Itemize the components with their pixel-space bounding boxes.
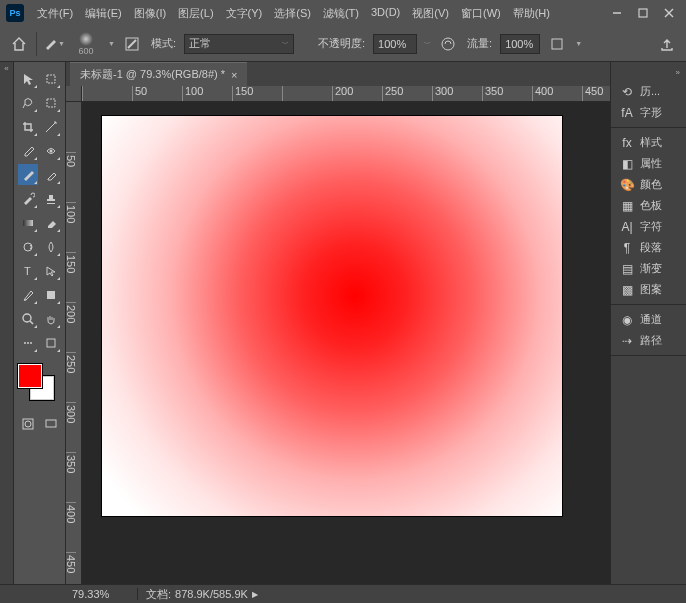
menu-item[interactable]: 文字(Y)	[221, 2, 268, 25]
maximize-button[interactable]	[636, 6, 650, 20]
airbrush-toggle[interactable]	[546, 33, 568, 55]
document-tab-title: 未标题-1 @ 79.3%(RGB/8#) *	[80, 67, 225, 82]
flow-label: 流量:	[467, 36, 492, 51]
artboard-tool[interactable]	[41, 68, 61, 89]
panel-history[interactable]: ⟲历...	[611, 81, 686, 102]
svg-rect-6	[552, 39, 562, 49]
svg-point-14	[23, 314, 31, 322]
options-bar: ▼ 600 ▼ 模式: 正常﹀ 不透明度: 100%﹀ 流量: 100% ▼	[0, 26, 686, 62]
ruler-corner	[66, 86, 82, 102]
panel-pattern[interactable]: ▩图案	[611, 279, 686, 300]
svg-point-16	[24, 342, 26, 344]
svg-rect-22	[46, 420, 56, 427]
document-tab[interactable]: 未标题-1 @ 79.3%(RGB/8#) * ×	[70, 62, 247, 86]
blur-tool[interactable]	[41, 236, 61, 257]
svg-point-17	[27, 342, 29, 344]
type-tool[interactable]: T	[18, 260, 38, 281]
gradient-tool[interactable]	[18, 212, 38, 233]
blend-mode-select[interactable]: 正常﹀	[184, 34, 294, 54]
pressure-opacity-toggle[interactable]	[437, 33, 459, 55]
eraser-tool[interactable]	[41, 212, 61, 233]
zoom-tool[interactable]	[18, 308, 38, 329]
menu-item[interactable]: 窗口(W)	[456, 2, 506, 25]
foreground-color-swatch[interactable]	[18, 364, 42, 388]
dots-tool[interactable]	[41, 332, 61, 353]
menu-item[interactable]: 滤镜(T)	[318, 2, 364, 25]
brush-tool[interactable]	[18, 164, 38, 185]
props-icon: ◧	[619, 157, 635, 171]
svg-rect-10	[23, 220, 33, 226]
path-icon: ⇢	[619, 334, 635, 348]
panel-channel[interactable]: ◉通道	[611, 309, 686, 330]
direct-tool[interactable]	[41, 260, 61, 281]
lasso-tool[interactable]	[18, 92, 38, 113]
svg-point-9	[50, 149, 53, 152]
eyedropper-tool[interactable]	[18, 140, 38, 161]
share-icon[interactable]	[656, 33, 678, 55]
zoom-level[interactable]: 79.33%	[66, 588, 138, 600]
history-brush-tool[interactable]	[18, 188, 38, 209]
extra-tool[interactable]	[18, 332, 38, 353]
blend-mode-value: 正常	[189, 36, 211, 51]
opacity-input[interactable]: 100%	[373, 34, 417, 54]
canvas[interactable]	[102, 116, 562, 516]
document-area: 未标题-1 @ 79.3%(RGB/8#) * × 50100150200250…	[66, 62, 610, 584]
panel-props[interactable]: ◧属性	[611, 153, 686, 174]
patch-tool[interactable]	[41, 140, 61, 161]
panel-palette[interactable]: 🎨颜色	[611, 174, 686, 195]
menu-item[interactable]: 帮助(H)	[508, 2, 555, 25]
horizontal-ruler[interactable]: 501001502002503003504004505005506	[82, 86, 610, 102]
close-button[interactable]	[662, 6, 676, 20]
tool-preset-picker[interactable]: ▼	[43, 33, 65, 55]
screen-mode-toggle[interactable]	[41, 413, 61, 434]
menu-item[interactable]: 视图(V)	[407, 2, 454, 25]
brush-panel-toggle[interactable]	[121, 33, 143, 55]
opacity-label: 不透明度:	[318, 36, 365, 51]
marquee-tool[interactable]	[41, 92, 61, 113]
minimize-button[interactable]	[610, 6, 624, 20]
document-info[interactable]: 文档:878.9K/585.9K ▶	[138, 587, 266, 602]
panel-glyph[interactable]: fA字形	[611, 102, 686, 123]
menu-item[interactable]: 3D(D)	[366, 2, 405, 25]
panel-grad[interactable]: ▤渐变	[611, 258, 686, 279]
svg-point-11	[24, 243, 32, 251]
stamp-tool[interactable]	[41, 188, 61, 209]
vertical-ruler[interactable]: 50100150200250300350400450500550	[66, 102, 82, 584]
app-logo: Ps	[6, 4, 24, 22]
brush-preset-picker[interactable]: 600	[71, 29, 101, 59]
right-collapse-strip[interactable]: »	[611, 68, 686, 77]
menu-item[interactable]: 编辑(E)	[80, 2, 127, 25]
canvas-viewport: 501001502002503003504004505005506 501001…	[66, 86, 610, 584]
pen-tool[interactable]	[18, 284, 38, 305]
quick-mask-toggle[interactable]	[18, 413, 38, 434]
panel-path[interactable]: ⇢路径	[611, 330, 686, 351]
main-area: « T 未标题-1 @ 79.3%(RGB/8#) * × 5010015020…	[0, 62, 686, 584]
palette-icon: 🎨	[619, 178, 635, 192]
para-icon: ¶	[619, 241, 635, 255]
brush-preview-icon	[79, 32, 93, 46]
menu-item[interactable]: 图像(I)	[129, 2, 171, 25]
move-tool[interactable]	[18, 68, 38, 89]
smudge-tool[interactable]	[18, 236, 38, 257]
svg-rect-19	[47, 339, 55, 347]
color-swatches[interactable]	[18, 364, 58, 404]
eraser-b-tool[interactable]	[41, 164, 61, 185]
hand-tool[interactable]	[41, 308, 61, 329]
close-tab-icon[interactable]: ×	[231, 69, 237, 81]
shape-tool[interactable]	[41, 284, 61, 305]
window-controls	[610, 6, 680, 20]
slice-tool[interactable]	[41, 116, 61, 137]
menu-item[interactable]: 文件(F)	[32, 2, 78, 25]
crop-tool[interactable]	[18, 116, 38, 137]
home-button[interactable]	[8, 33, 30, 55]
panel-A[interactable]: A|字符	[611, 216, 686, 237]
svg-rect-13	[47, 291, 55, 299]
menu-item[interactable]: 选择(S)	[269, 2, 316, 25]
panel-para[interactable]: ¶段落	[611, 237, 686, 258]
history-icon: ⟲	[619, 85, 635, 99]
menu-item[interactable]: 图层(L)	[173, 2, 218, 25]
flow-input[interactable]: 100%	[500, 34, 540, 54]
left-collapse-strip[interactable]: «	[0, 62, 14, 584]
panel-grid[interactable]: ▦色板	[611, 195, 686, 216]
panel-fx[interactable]: fx样式	[611, 132, 686, 153]
